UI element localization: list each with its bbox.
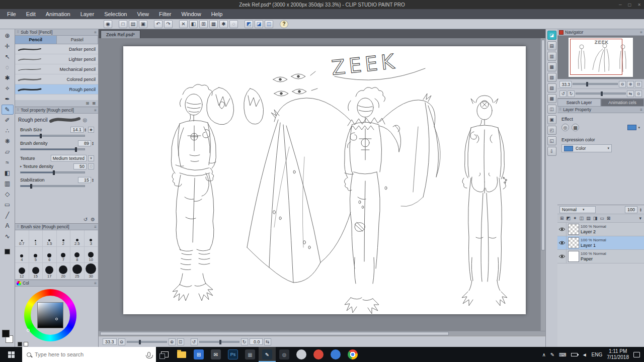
stabilization-value[interactable]: 15 (78, 177, 91, 183)
canvas-viewport[interactable]: ZEEK (99, 38, 545, 331)
brush-tool-icon[interactable]: ✐ (2, 115, 14, 125)
menu-filter[interactable]: Filter (154, 10, 176, 18)
zoom-value[interactable]: 33.3 (103, 338, 117, 345)
lock-layer-icon[interactable]: ◫ (580, 216, 584, 221)
tab-pastel[interactable]: Pastel (57, 36, 99, 44)
task-view-button[interactable] (156, 347, 173, 362)
ink-workspace-icon[interactable]: ✎ (550, 352, 554, 357)
stabilization-stepper[interactable]: ▲▼ (92, 178, 94, 182)
rotation-slider[interactable] (199, 341, 239, 343)
foreground-color-swatch[interactable] (2, 330, 10, 337)
taskbar-search-box[interactable] (22, 347, 156, 362)
frame-tool-icon[interactable]: ▭ (2, 200, 14, 210)
tab-pencil[interactable]: Pencil (15, 36, 57, 44)
effect-color-chip[interactable] (627, 125, 636, 130)
brush-size-option[interactable]: 7 (57, 247, 71, 263)
sv-marker[interactable] (55, 318, 58, 320)
navigator-zoom-out-icon[interactable]: ⊖ (619, 81, 626, 87)
brush-size-option[interactable]: 17 (43, 263, 57, 280)
material-monochrome-icon[interactable]: ▤ (547, 41, 556, 50)
navigator-thumbnail[interactable]: ZEEK (557, 36, 644, 79)
brush-density-slider[interactable] (20, 147, 94, 152)
sub-tool-item-mechanical-pencil[interactable]: Mechanical pencil (15, 64, 98, 74)
layer-name[interactable]: Paper (581, 256, 606, 261)
brush-size-option[interactable]: 30 (85, 263, 99, 280)
layer-row-layer1[interactable]: 100 % Normal Layer 1 (557, 236, 644, 250)
canvas-page[interactable]: ZEEK (123, 46, 526, 314)
brush-size-option[interactable]: 12 (15, 263, 29, 280)
undo-icon[interactable]: ↶ (154, 20, 163, 28)
layer-thumbnail[interactable] (568, 237, 579, 248)
layer-row-layer2[interactable]: 100 % Normal Layer 2 (557, 223, 644, 236)
rotate-right-icon[interactable]: ↻ (241, 338, 248, 345)
tab-animation-cels[interactable]: Animation cels (601, 99, 644, 107)
layer-opacity-value[interactable]: 100 (625, 206, 637, 213)
current-color-chip[interactable] (18, 342, 22, 346)
foreground-background-swatches[interactable] (2, 330, 14, 343)
effect-color-dropdown-icon[interactable]: ▾ (638, 126, 640, 130)
taskbar-chrome[interactable] (344, 347, 361, 362)
visibility-eye-icon[interactable] (557, 250, 567, 263)
taskbar-mail[interactable]: ✉ (207, 347, 224, 362)
fit-to-screen-icon[interactable]: ⊡ (177, 338, 184, 345)
select-wand-icon[interactable]: ✱ (219, 20, 228, 28)
brush-size-option[interactable]: 0.7 (15, 230, 29, 247)
zoom-out-icon[interactable]: ⊖ (118, 338, 125, 345)
menu-selection[interactable]: Selection (99, 10, 132, 18)
panel-menu-icon[interactable]: ≡ (94, 30, 97, 35)
menu-file[interactable]: File (2, 10, 21, 18)
save-file-icon[interactable]: ▣ (139, 20, 147, 28)
panel-menu-icon[interactable]: ≡ (640, 30, 642, 35)
panel-menu-icon[interactable]: ≡ (94, 225, 97, 229)
new-layer-icon[interactable]: ⊞ (560, 216, 564, 221)
brush-size-option[interactable]: 4 (15, 247, 29, 263)
texture-dropdown[interactable]: Medium textured (51, 155, 87, 161)
airbrush-tool-icon[interactable]: ∴ (2, 126, 14, 136)
material-3d-icon[interactable]: ▧ (547, 73, 556, 82)
visibility-eye-icon[interactable] (557, 223, 567, 236)
layer-property-header[interactable]: ⠿ Layer Property ≡ (557, 107, 644, 113)
brush-size-option[interactable]: 25 (70, 263, 85, 280)
navigator-view-frame[interactable] (570, 39, 622, 75)
navigator-zoom-slider[interactable] (573, 83, 618, 85)
brush-size-option[interactable]: 2 (57, 230, 71, 247)
eyedropper-tool-icon[interactable]: ✧ (2, 83, 14, 94)
tab-search-layer[interactable]: Search Layer (557, 99, 601, 107)
sub-tool-item-lighter-pencil[interactable]: Lighter pencil (15, 54, 98, 64)
navigator-header[interactable]: Navigator ≡ (557, 29, 644, 36)
notification-center-icon[interactable] (633, 352, 640, 357)
layer-thumbnail[interactable] (568, 224, 579, 235)
material-primitive-icon[interactable]: ▩ (547, 94, 556, 103)
reset-rotation-icon[interactable]: ⇆ (264, 338, 271, 345)
vertical-scrollbar[interactable] (540, 38, 545, 331)
layer-opacity-stepper[interactable]: ▲▼ (639, 208, 642, 212)
auto-select-tool-icon[interactable]: ✱ (2, 73, 14, 83)
color-panel-header[interactable]: Col ≡ (15, 280, 98, 287)
previous-color-chip[interactable] (24, 342, 28, 346)
volume-icon[interactable]: ◄ (582, 352, 587, 357)
material-effect-icon[interactable]: ◱ (547, 136, 556, 145)
add-sub-tool-icon[interactable]: ⊞ (86, 101, 90, 106)
layer-thumbnail[interactable] (568, 251, 579, 262)
deselect-area-icon[interactable]: ◌ (229, 20, 238, 28)
operation-tool-icon[interactable]: ↖ (2, 52, 14, 62)
clip-to-layer-icon[interactable]: ✦ (573, 216, 577, 221)
panel-menu-icon[interactable]: ≡ (640, 108, 642, 112)
expression-color-dropdown[interactable]: Color ▾ (561, 144, 612, 152)
zoom-in-icon[interactable]: ⊕ (169, 338, 176, 345)
taskbar-photoshop[interactable]: Ps (224, 347, 242, 362)
brush-size-option[interactable]: 15 (29, 263, 43, 280)
correction-tool-icon[interactable]: ∿ (2, 231, 14, 241)
navigator-flip-icon[interactable]: ⇆ (627, 90, 634, 97)
brush-size-option[interactable]: 3 (85, 230, 99, 247)
ruler-layer-icon[interactable]: ▭ (600, 216, 604, 221)
help-icon[interactable]: ? (280, 20, 288, 28)
advanced-settings-icon[interactable]: ⚙ (91, 217, 95, 222)
sub-tool-item-colored-pencil[interactable]: Colored pencil (15, 74, 98, 84)
panel-menu-icon[interactable]: ≡ (94, 281, 97, 286)
stabilization-slider[interactable] (20, 184, 94, 189)
tool-property-header[interactable]: ⠿ Tool property [Rough pencil] ≡ (15, 107, 98, 114)
border-effect-icon[interactable]: ◎ (561, 124, 569, 131)
navigator-zoom-value[interactable]: 33.3 (559, 81, 572, 87)
taskbar-clip-studio-paint[interactable]: ✎ (259, 347, 276, 362)
